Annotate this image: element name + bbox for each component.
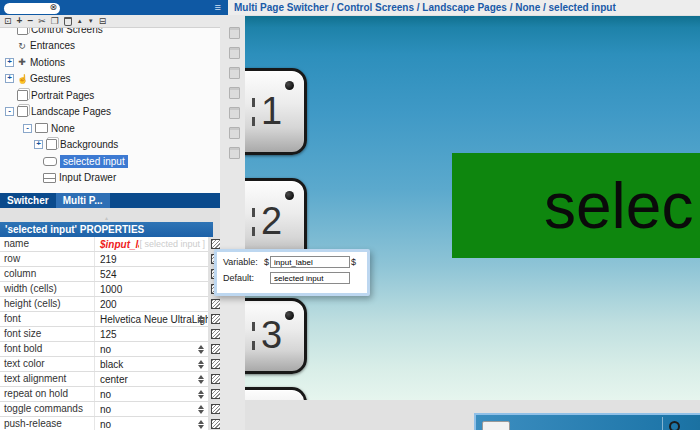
tree-item-entrances[interactable]: ↻ Entrances (0, 38, 220, 55)
widget-preview-panel[interactable] (474, 413, 700, 430)
add-icon[interactable]: + (17, 15, 23, 27)
tab-multi-page-switcher[interactable]: Multi P... (56, 193, 110, 208)
tree-item-selected-input[interactable]: selected input (0, 153, 220, 170)
tree-item-control-screens[interactable]: Control Screens (0, 28, 220, 38)
stepper-icon[interactable] (197, 345, 204, 354)
property-row-height: height (cells) 200 (0, 297, 222, 312)
strip-page-icon[interactable] (229, 47, 240, 59)
tree-item-gestures[interactable]: + ☝ Gestures (0, 71, 220, 88)
property-value[interactable]: Helvetica Neue UltraLight (95, 314, 208, 325)
strip-page-icon[interactable] (229, 107, 240, 119)
remove-icon[interactable]: − (27, 15, 33, 27)
property-row-font-size: font size 125 (0, 327, 222, 342)
panel-title-bar: ⊗ ≡ (0, 0, 228, 15)
expander-icon[interactable]: + (5, 58, 14, 67)
property-label: push-release (0, 417, 95, 430)
switch-button-3[interactable]: 3 (245, 298, 307, 374)
variable-input[interactable] (270, 256, 350, 268)
collapse-icon[interactable]: ⊟ (99, 15, 107, 27)
property-value[interactable]: no (95, 404, 208, 415)
stepper-icon[interactable] (197, 315, 204, 324)
screens-icon (17, 28, 28, 35)
splitter-handle[interactable]: ▴ (105, 214, 108, 221)
project-tree: Control Screens ↻ Entrances + ✚ Motions … (0, 28, 220, 193)
button-label: 3 (261, 316, 282, 354)
cut-icon[interactable]: ✂ (38, 15, 46, 27)
dollar-prefix: $ (263, 257, 270, 267)
button-label: 2 (261, 202, 282, 240)
stepper-icon[interactable] (197, 420, 204, 429)
property-label: height (cells) (0, 297, 95, 311)
property-label: width (cells) (0, 282, 95, 296)
property-value[interactable]: black (95, 359, 208, 370)
app-window: ⊗ ≡ ⊡ + − ✂ ❐ ▲ ▼ ⊟ Control Screens ↻ En… (0, 0, 700, 430)
property-value[interactable]: 125 (95, 329, 208, 340)
menu-icon[interactable]: ≡ (215, 0, 221, 15)
search-clear-icon[interactable]: ⊗ (49, 2, 57, 13)
input-field-icon (482, 421, 510, 430)
property-value[interactable]: $input_label$ (95, 239, 139, 250)
tree-item-landscape-pages[interactable]: - Landscape Pages (0, 104, 220, 121)
tab-switcher[interactable]: Switcher (0, 193, 56, 208)
stepper-icon[interactable] (197, 390, 204, 399)
stepper-icon[interactable] (197, 375, 204, 384)
copy-icon[interactable]: ❐ (51, 15, 59, 27)
property-value[interactable]: center (95, 374, 208, 385)
strip-page-icon[interactable] (229, 147, 240, 159)
strip-page-icon[interactable] (229, 67, 240, 79)
default-label: Default: (223, 273, 263, 283)
property-row-row: row 219 (0, 252, 222, 267)
tree-item-motions[interactable]: + ✚ Motions (0, 54, 220, 71)
property-row-toggle-commands: toggle commands no (0, 402, 222, 417)
property-label: name (0, 237, 95, 251)
switch-button-1[interactable]: 1 (245, 68, 307, 155)
variable-label: Variable: (223, 257, 263, 267)
tree-item-none[interactable]: - None (0, 120, 220, 137)
expander-icon[interactable]: + (5, 74, 14, 83)
property-label: toggle commands (0, 402, 95, 416)
dollar-suffix: $ (350, 257, 357, 267)
tree-item-backgrounds[interactable]: + Backgrounds (0, 137, 220, 154)
move-up-icon[interactable]: ▲ (77, 15, 83, 27)
expander-icon[interactable]: - (5, 107, 14, 116)
property-value[interactable]: 200 (95, 299, 208, 310)
input-widget-icon (43, 157, 57, 166)
property-value[interactable]: 1000 (95, 284, 208, 295)
default-input[interactable] (270, 272, 350, 284)
property-label: column (0, 267, 95, 281)
tree-item-portrait-pages[interactable]: Portrait Pages (0, 87, 220, 104)
property-value[interactable]: no (95, 389, 208, 400)
motions-icon: ✚ (17, 57, 27, 67)
property-value[interactable]: no (95, 419, 208, 430)
property-value[interactable]: 219 (95, 254, 208, 265)
property-row-width: width (cells) 1000 (0, 282, 222, 297)
clipped-text-fragment (252, 322, 255, 350)
selected-input-widget[interactable]: selec (452, 153, 700, 258)
property-value[interactable]: 524 (95, 269, 208, 280)
circle-icon (669, 421, 680, 430)
window-icon[interactable]: ⊡ (4, 15, 12, 27)
stepper-icon[interactable] (197, 360, 204, 369)
expander-icon[interactable]: + (34, 140, 43, 149)
pages-icon (17, 90, 28, 101)
delete-icon[interactable] (64, 17, 72, 26)
design-canvas[interactable]: 1 2 3 selec (245, 16, 700, 400)
stepper-icon[interactable] (197, 405, 204, 414)
tree-item-input-drawer[interactable]: Input Drawer (0, 170, 220, 187)
switch-button-4[interactable] (245, 387, 307, 400)
expander-icon[interactable]: - (23, 124, 32, 133)
strip-page-icon[interactable] (229, 27, 240, 39)
breadcrumb[interactable]: Multi Page Switcher / Control Screens / … (228, 0, 700, 15)
property-label: font (0, 312, 95, 326)
button-label: 1 (261, 92, 282, 130)
strip-page-icon[interactable] (229, 87, 240, 99)
property-value[interactable]: no (95, 344, 208, 355)
move-down-icon[interactable]: ▼ (88, 15, 94, 27)
properties-table: name $input_label$ [ selected input ] ro… (0, 237, 222, 430)
properties-header: 'selected input' PROPERTIES (0, 222, 213, 237)
property-row-font-bold: font bold no (0, 342, 222, 357)
strip-page-icon[interactable] (229, 127, 240, 139)
button-indicator-dot (285, 191, 294, 200)
pages-icon (17, 106, 28, 117)
variable-popup: Variable: $ $ Default: (214, 249, 370, 296)
